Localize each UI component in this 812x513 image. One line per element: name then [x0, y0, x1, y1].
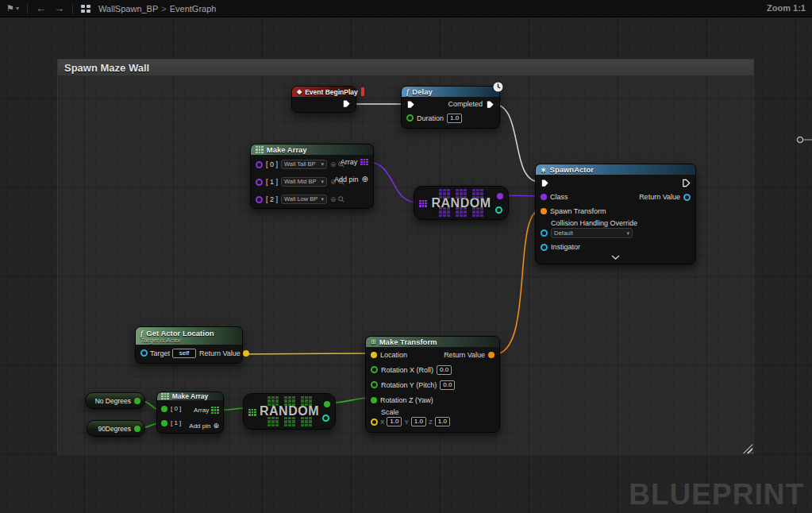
array-output-pin[interactable] [360, 159, 368, 166]
instigator-pin[interactable] [541, 244, 548, 251]
add-pin-label: Add pin [189, 422, 210, 430]
browse-asset-icon[interactable] [338, 196, 344, 202]
rotation-z-pin[interactable] [371, 397, 377, 403]
expand-node-chevron-icon[interactable] [611, 255, 620, 260]
node-get-actor-location[interactable]: f Get Actor Location Target is Actor Tar… [135, 326, 243, 364]
array-element-0-dropdown[interactable]: Wall Tall BP▾ [281, 160, 327, 169]
location-pin[interactable] [371, 352, 377, 358]
rotation-y-pin[interactable] [371, 381, 378, 388]
back-button[interactable]: ← [36, 0, 46, 17]
variable-title: 90Degrees [98, 425, 131, 433]
exec-output-pin[interactable] [682, 179, 691, 187]
array-element-1-index: [ 1 ] [171, 419, 181, 426]
node-title: Make Transform [379, 338, 437, 346]
node-event-beginplay[interactable]: ◆ Event BeginPlay [291, 86, 356, 113]
event-diamond-icon: ◆ [297, 88, 302, 95]
node-random-walls[interactable]: RANDOM [414, 186, 509, 220]
return-value-pin[interactable] [488, 352, 495, 358]
add-pin-button[interactable]: ⊕ [213, 422, 219, 430]
scale-y-axis-label: Y [404, 418, 408, 426]
breadcrumb-root[interactable]: WallSpawn_BP [98, 4, 158, 14]
node-90-degrees[interactable]: 90Degrees [87, 420, 145, 437]
array-element-0-index: [ 0 ] [171, 405, 181, 412]
rotation-x-value[interactable]: 0.0 [437, 365, 452, 375]
breadcrumb-current[interactable]: EventGraph [170, 4, 217, 14]
node-make-array-walls[interactable]: Make Array [ 0 ] Wall Tall BP▾ ⊕ [ 1 ] W… [250, 144, 374, 209]
array-element-0-index: [ 0 ] [266, 160, 278, 168]
collision-handling-pin[interactable] [541, 230, 548, 237]
node-title: Event BeginPlay [305, 88, 358, 96]
forward-button[interactable]: → [54, 0, 64, 17]
add-pin-button[interactable]: ⊕ [362, 175, 368, 183]
spawn-transform-pin[interactable] [541, 208, 547, 214]
array-decor-icon [439, 189, 450, 199]
collision-handling-dropdown[interactable]: Default▾ [551, 228, 633, 238]
array-output-pin[interactable] [211, 407, 219, 414]
class-pin[interactable] [541, 194, 547, 200]
zoom-level: Zoom 1:1 [767, 3, 806, 13]
bookmark-icon[interactable]: ⚑▾ [6, 3, 19, 14]
breadcrumb: WallSpawn_BP > EventGraph [98, 4, 217, 14]
duration-value[interactable]: 1.0 [447, 114, 462, 123]
use-asset-icon[interactable]: ⊕ [330, 195, 337, 203]
array-decor-icon [301, 396, 312, 406]
array-output-label: Array [194, 407, 209, 414]
node-spawn-actor[interactable]: ∗ SpawnActor Class Return Value Spawn Tr… [535, 164, 696, 264]
array-icon [256, 146, 264, 153]
array-element-2-pin[interactable] [256, 196, 263, 203]
node-random-degrees[interactable]: RANDOM [243, 393, 336, 430]
array-element-1-pin[interactable] [256, 179, 263, 186]
node-title: Make Array [172, 392, 209, 400]
exec-output-pin[interactable] [342, 99, 351, 108]
array-decor-icon [472, 189, 483, 199]
array-input-pin[interactable] [419, 200, 427, 207]
array-element-1-pin[interactable] [161, 420, 167, 426]
struct-icon: ⊞ [371, 338, 376, 345]
rotation-y-value[interactable]: 0.0 [440, 380, 455, 390]
node-subtitle: Target is Actor [140, 337, 237, 344]
node-make-array-degrees[interactable]: Make Array [ 0 ] [ 1 ] Array Add pin ⊕ [156, 392, 224, 434]
array-element-0-pin[interactable] [161, 406, 167, 412]
node-title: SpawnActor [550, 165, 594, 174]
return-value-pin[interactable] [683, 194, 691, 201]
comment-title-bar[interactable]: Spawn Maze Wall [58, 60, 753, 75]
collision-handling-label: Collision Handling Override [551, 219, 691, 227]
rotation-x-pin[interactable] [371, 366, 378, 373]
random-item-output-pin[interactable] [324, 401, 330, 407]
node-delay[interactable]: f Delay Completed Duration 1.0 [401, 86, 500, 129]
completed-exec-pin[interactable] [486, 100, 495, 109]
duration-pin[interactable] [406, 114, 414, 122]
target-pin[interactable] [140, 349, 148, 357]
spawn-actor-icon: ∗ [541, 166, 547, 174]
rotation-x-label: Rotation X (Roll) [381, 366, 433, 374]
scale-pin[interactable] [371, 418, 378, 426]
comment-resize-handle[interactable] [743, 444, 752, 453]
array-element-2-dropdown[interactable]: Wall Low BP▾ [281, 195, 327, 204]
array-element-0-pin[interactable] [256, 161, 263, 168]
use-asset-icon[interactable]: ⊕ [330, 160, 337, 168]
exec-input-pin[interactable] [541, 179, 549, 187]
scale-label: Scale [381, 408, 495, 416]
latent-clock-icon [492, 81, 504, 93]
scale-y-value[interactable]: 1.0 [411, 417, 426, 426]
array-input-pin[interactable] [248, 409, 256, 416]
float-output-pin[interactable] [134, 398, 140, 404]
event-override-icon [361, 87, 364, 96]
random-item-output-pin[interactable] [497, 193, 503, 199]
variable-title: No Degrees [95, 397, 131, 405]
return-value-pin[interactable] [243, 350, 249, 357]
array-element-1-dropdown[interactable]: Wall Mid BP▾ [281, 177, 327, 187]
node-make-transform[interactable]: ⊞ Make Transform Location Return Value R… [365, 336, 500, 433]
toolbar-divider [27, 3, 28, 14]
scale-z-value[interactable]: 1.0 [435, 417, 450, 426]
float-output-pin[interactable] [134, 426, 140, 432]
location-label: Location [380, 351, 407, 359]
scale-x-value[interactable]: 1.0 [387, 417, 402, 426]
breadcrumb-separator: > [161, 4, 166, 14]
node-no-degrees[interactable]: No Degrees [85, 392, 145, 409]
scale-x-axis-label: X [380, 418, 384, 426]
exec-input-pin[interactable] [406, 100, 415, 109]
completed-pin-label: Completed [448, 100, 483, 108]
graph-toolbar: ⚑▾ ← → WallSpawn_BP > EventGraph Zoom 1:… [0, 0, 812, 17]
target-value[interactable]: self [172, 349, 196, 358]
